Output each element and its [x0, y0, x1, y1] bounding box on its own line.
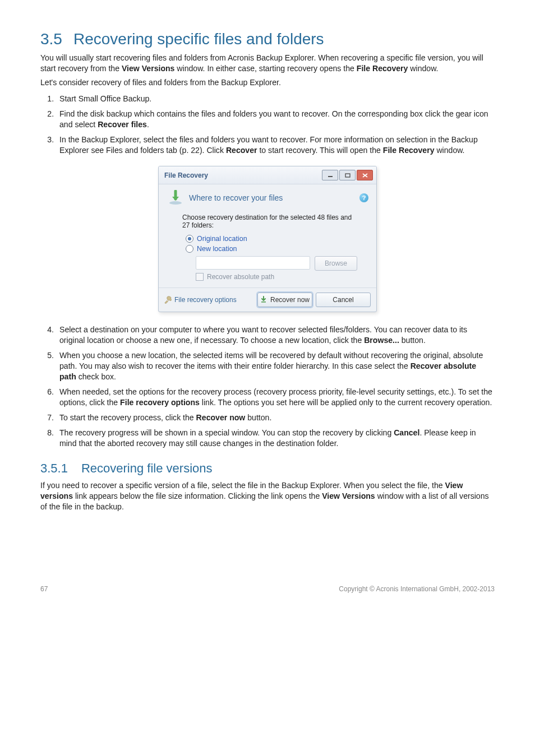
radio-label: Original location — [197, 235, 247, 243]
recover-now-button[interactable]: Recover now — [257, 293, 312, 307]
text-run: To start the recovery process, click the — [59, 413, 196, 422]
recover-absolute-path-checkbox[interactable]: Recover absolute path — [196, 273, 357, 281]
radio-original-location[interactable]: Original location — [186, 235, 357, 243]
radio-icon — [186, 235, 193, 243]
link-label: File recovery options — [174, 296, 237, 304]
close-button[interactable] — [357, 170, 373, 180]
dialog-title: File Recovery — [164, 171, 208, 179]
bold-term: Recover files — [98, 120, 147, 129]
text-run: to start recovery. This will open the — [257, 146, 383, 155]
text-run: . — [147, 120, 149, 129]
button-label: Cancel — [333, 296, 353, 304]
document-page: 3.5Recovering specific files and folders… — [0, 0, 535, 615]
dialog-screenshot-wrapper: File Recovery — [40, 166, 495, 312]
close-icon — [362, 173, 368, 178]
dialog-header: Where to recover your files ? — [159, 184, 376, 211]
maximize-button[interactable] — [339, 170, 356, 180]
text-run: link. The options you set here will be a… — [200, 398, 492, 407]
page-number: 67 — [40, 585, 48, 593]
step-4: Select a destination on your computer to… — [56, 324, 495, 346]
page-footer: 67 Copyright © Acronis International Gmb… — [40, 585, 495, 593]
radio-new-location[interactable]: New location — [186, 245, 357, 253]
section-number: 3.5 — [40, 30, 62, 48]
minimize-icon — [328, 173, 333, 178]
bold-term: File recovery options — [120, 398, 200, 407]
text-run: window. — [434, 146, 464, 155]
location-input[interactable] — [196, 256, 310, 270]
section-heading: 3.5Recovering specific files and folders — [40, 30, 495, 48]
checkbox-icon — [196, 273, 204, 281]
button-label: Recover now — [270, 296, 310, 304]
text-run: The recovery progress will be shown in a… — [59, 428, 394, 437]
bold-term: Recover — [226, 146, 257, 155]
bold-term: View Versions — [322, 491, 375, 500]
text-run: button. — [399, 336, 426, 345]
intro-paragraph-2: Let's consider recovery of files and fol… — [40, 77, 495, 88]
file-recovery-options-link[interactable]: File recovery options — [164, 296, 237, 304]
subsection-title: Recovering file versions — [81, 461, 213, 475]
location-row: Browse — [196, 256, 357, 271]
steps-list-1: Start Small Office Backup. Find the disk… — [40, 94, 495, 156]
help-button[interactable]: ? — [359, 193, 368, 202]
radio-label: New location — [197, 245, 237, 253]
svg-rect-3 — [261, 302, 266, 303]
step-7: To start the recovery process, click the… — [56, 412, 495, 423]
svg-point-2 — [169, 201, 182, 205]
dialog-footer: File recovery options Recover now Cancel — [159, 287, 376, 312]
recover-icon — [168, 190, 183, 206]
step-1: Start Small Office Backup. — [56, 94, 495, 104]
copyright-text: Copyright © Acronis International GmbH, … — [339, 585, 495, 593]
checkbox-label: Recover absolute path — [207, 273, 274, 281]
bold-term: File Recovery — [357, 64, 408, 73]
file-recovery-dialog: File Recovery — [158, 166, 377, 312]
svg-rect-1 — [345, 174, 350, 177]
dialog-header-text: Where to recover your files — [189, 193, 283, 202]
subsection-heading: 3.5.1Recovering file versions — [40, 461, 495, 476]
download-arrow-icon — [260, 296, 267, 304]
subsection-number: 3.5.1 — [40, 461, 68, 475]
step-6: When needed, set the options for the rec… — [56, 387, 495, 408]
dialog-instruction: Choose recovery destination for the sele… — [182, 214, 357, 229]
bold-term: Browse... — [364, 336, 399, 345]
browse-button[interactable]: Browse — [315, 256, 357, 271]
button-label: Browse — [325, 259, 347, 267]
svg-rect-0 — [328, 176, 333, 177]
step-5: When you choose a new location, the sele… — [56, 350, 495, 382]
bold-term: Recover now — [196, 413, 246, 422]
subsection-paragraph: If you need to recover a specific versio… — [40, 480, 495, 512]
section-title: Recovering specific files and folders — [73, 30, 324, 48]
steps-list-2: Select a destination on your computer to… — [40, 324, 495, 449]
step-3: In the Backup Explorer, select the files… — [56, 134, 495, 156]
text-run: window. — [408, 64, 438, 73]
dialog-body: Choose recovery destination for the sele… — [159, 211, 376, 287]
step-2: Find the disk backup which contains the … — [56, 109, 495, 130]
text-run: window. In either case, starting recover… — [174, 64, 356, 73]
radio-icon — [186, 245, 193, 253]
bold-term: File Recovery — [383, 146, 435, 155]
maximize-icon — [345, 173, 350, 178]
bold-term: Cancel — [394, 428, 419, 437]
wrench-icon — [164, 296, 172, 304]
text-run: link appears below the file size informa… — [73, 491, 322, 500]
cancel-button[interactable]: Cancel — [316, 293, 371, 307]
bold-term: View Versions — [122, 64, 175, 73]
intro-paragraph-1: You will usually start recovering files … — [40, 53, 495, 74]
dialog-titlebar: File Recovery — [159, 166, 376, 184]
text-run: check box. — [76, 372, 116, 381]
step-8: The recovery progress will be shown in a… — [56, 428, 495, 449]
minimize-button[interactable] — [322, 170, 338, 180]
text-run: button. — [245, 413, 271, 422]
text-run: If you need to recover a specific versio… — [40, 481, 445, 490]
